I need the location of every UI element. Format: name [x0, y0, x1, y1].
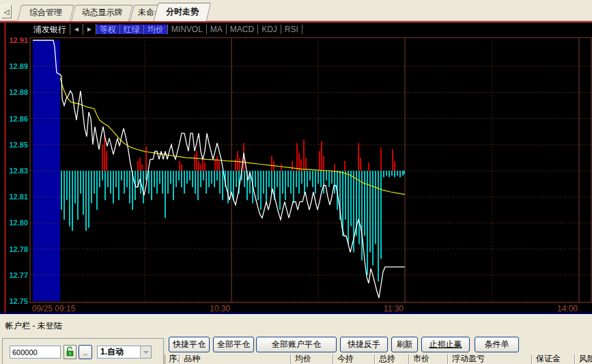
chart-toolbar: 浦发银行 ◄ ► 等权红绿均价MINVOLMAMACDKDJRSI: [30, 24, 302, 35]
indicator-button-rsi[interactable]: RSI: [281, 25, 302, 34]
price-axis-label: 12.83: [1, 167, 28, 175]
account-bar-panel: 帐户栏 - 未登陆 .. 1.自动 快捷平仓全部平仓全部账户平仓快捷反手刷新止损…: [0, 315, 592, 364]
time-axis-label: 14:00: [523, 304, 578, 313]
plot-border: [30, 38, 591, 303]
button-快捷平仓[interactable]: 快捷平仓: [169, 337, 210, 352]
column-header-均价[interactable]: 均价: [291, 354, 333, 364]
tab-fenshi-zoushi[interactable]: 分时走势: [156, 3, 209, 21]
button-全部平仓[interactable]: 全部平仓: [213, 337, 254, 352]
button-条件单[interactable]: 条件单: [475, 337, 519, 352]
positions-table-header: 序..品种均价今持总持市价浮动盈亏保证金风险: [165, 354, 592, 364]
price-axis-label: 12.80: [1, 219, 28, 227]
indicator-button-均价[interactable]: 均价: [144, 25, 168, 34]
tab-zonghe-guanli[interactable]: 综合管理: [19, 5, 72, 21]
price-axis-label: 12.88: [1, 88, 28, 96]
price-axis-label: 12.86: [1, 115, 28, 123]
next-stock-icon[interactable]: ►: [83, 24, 96, 35]
price-axis-label: 12.78: [1, 245, 28, 253]
indicator-button-ma[interactable]: MA: [207, 25, 227, 34]
price-axis-label: 12.91: [1, 36, 28, 44]
column-header-风险[interactable]: 风险: [575, 354, 592, 364]
price-axis-label: 12.75: [1, 297, 28, 305]
column-header-序..[interactable]: 序..: [165, 354, 180, 364]
tab-dongtai-xianshipai[interactable]: 动态显示牌: [73, 5, 131, 21]
intraday-chart-panel: 浦发银行 ◄ ► 等权红绿均价MINVOLMAMACDKDJRSI 12.911…: [0, 23, 592, 313]
column-header-总持[interactable]: 总持: [375, 354, 409, 364]
chevron-down-icon: [140, 346, 151, 358]
column-header-今持[interactable]: 今持: [333, 354, 375, 364]
indicator-button-红绿[interactable]: 红绿: [120, 25, 144, 34]
indicator-button-kdj[interactable]: KDJ: [258, 25, 281, 34]
time-axis-label: 11:30: [349, 304, 404, 313]
indicator-button-macd[interactable]: MACD: [227, 25, 258, 34]
prev-stock-icon[interactable]: ◄: [70, 24, 83, 35]
price-axis-label: 12.89: [1, 62, 28, 70]
app-window: ◁ 综合管理 动态显示牌 未命名 分时走势 浦发银行 ◄ ► 等权红绿均价MIN…: [0, 0, 592, 364]
button-止损止赢[interactable]: 止损止赢: [421, 337, 470, 352]
browse-accounts-button[interactable]: ..: [79, 345, 92, 359]
mode-dropdown[interactable]: 1.自动: [97, 346, 152, 359]
indicator-button-等权[interactable]: 等权: [96, 25, 120, 34]
tab-bar: ◁ 综合管理 动态显示牌 未命名 分时走势: [0, 0, 592, 21]
price-axis-label: 12.81: [1, 193, 28, 201]
tab-scroll-left-button[interactable]: ◁: [1, 5, 12, 18]
unlock-icon: [66, 346, 74, 356]
account-number-input[interactable]: [10, 346, 61, 359]
column-header-市价[interactable]: 市价: [409, 354, 448, 364]
time-axis-label: 10:30: [175, 304, 230, 313]
stock-name: 浦发银行: [30, 24, 70, 35]
price-axis-label: 12.85: [1, 141, 28, 149]
button-全部账户平仓[interactable]: 全部账户平仓: [256, 337, 337, 352]
account-entry-panel: .. 1.自动: [2, 338, 164, 364]
button-刷新[interactable]: 刷新: [391, 337, 418, 352]
price-axis-label: 12.77: [1, 271, 28, 279]
time-axis-label: 09/25 09:15: [32, 304, 75, 313]
column-header-浮动盈亏[interactable]: 浮动盈亏: [448, 354, 532, 364]
unlock-button[interactable]: [64, 345, 76, 359]
button-快捷反手[interactable]: 快捷反手: [340, 337, 388, 352]
mode-dropdown-value: 1.自动: [100, 346, 124, 358]
avg-price-line: [60, 78, 405, 195]
intraday-chart[interactable]: [0, 23, 592, 313]
column-header-保证金[interactable]: 保证金: [532, 354, 575, 364]
indicator-button-minvol[interactable]: MINVOL: [168, 25, 207, 34]
account-bar-caption: 帐户栏 - 未登陆: [5, 320, 62, 332]
column-header-品种[interactable]: 品种: [180, 354, 291, 364]
